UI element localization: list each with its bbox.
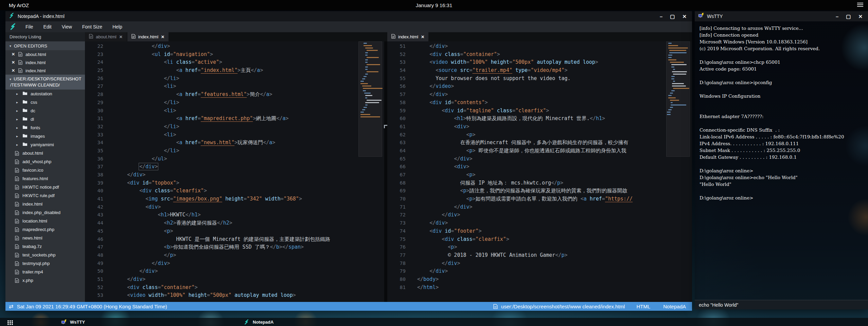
- editor-tab-index.html[interactable]: index.html✕: [127, 32, 169, 41]
- code-line-43[interactable]: 43 <h1>HKWTC</h1>: [85, 211, 384, 219]
- code-line-47[interactable]: 47 <b>你知道我們全線伺服器已轉用 SSD 了嗎？</b></span>: [85, 243, 384, 251]
- file-item-HKWTC-notice.pdf[interactable]: HKWTC notice.pdf: [5, 183, 85, 191]
- code-line-63[interactable]: 63 在香港的Minecraft 伺服器中，多為小遊戲和純生存的伺服器，較少擁有: [387, 139, 692, 147]
- file-item-test_sockets.php[interactable]: test_sockets.php: [5, 251, 85, 259]
- taskbar-item-wstty[interactable]: WsTTY: [61, 318, 85, 326]
- file-item-news.html[interactable]: news.html: [5, 234, 85, 242]
- code-line-25[interactable]: 25 <a href="index.html">主頁</a>: [85, 66, 384, 75]
- tab-close-icon[interactable]: ✕: [161, 35, 164, 39]
- hamburger-menu-icon[interactable]: [857, 3, 863, 7]
- folder-item-css[interactable]: ▸css: [5, 98, 85, 107]
- file-item-add_vhost.php[interactable]: add_vhost.php: [5, 157, 85, 166]
- folder-item-autostation[interactable]: ▸autostation: [5, 90, 85, 98]
- code-line-71[interactable]: 71 </div>: [387, 203, 692, 211]
- code-line-32[interactable]: 32 </li>: [85, 123, 384, 131]
- code-line-79[interactable]: 79 </div>: [387, 267, 692, 275]
- code-line-53[interactable]: 53 <video width="100%" height="500px" au…: [387, 58, 692, 66]
- editor-pane-right[interactable]: 51 </div>52 <div class="container">53 <v…: [387, 41, 692, 302]
- code-line-70[interactable]: 70 <p>如有問題或需要申請白名單，歡迎加入我們的 <a href="http…: [387, 195, 692, 203]
- code-line-62[interactable]: 62 <p>: [387, 131, 692, 139]
- code-line-44[interactable]: 44 <h2>香港的建築伺服器</h2>: [85, 219, 384, 227]
- code-line-41[interactable]: 41 <img src="images/box.png" height="342…: [85, 195, 384, 203]
- code-line-78[interactable]: 78 </div>: [387, 260, 692, 268]
- menu-item-edit[interactable]: Edit: [38, 24, 57, 30]
- folder-item-dc[interactable]: ▸dc: [5, 107, 85, 115]
- pane-splitter[interactable]: [384, 41, 387, 302]
- open-editors-section[interactable]: ▾ OPEN EDITORS: [5, 41, 85, 50]
- folder-item-yamiyamimi[interactable]: ▸yamiyamimi: [5, 140, 85, 149]
- code-line-53[interactable]: 53 <video width="100%" height="500px" au…: [85, 291, 384, 300]
- code-line-36[interactable]: 36 </ul>: [85, 155, 384, 163]
- taskbar-item-notepada[interactable]: NotepadA: [244, 318, 273, 326]
- code-line-60[interactable]: 60 <h1>特別為建築及鐵路而設，現代化的 Minecraft 世界.</h1…: [387, 115, 692, 123]
- code-line-46[interactable]: 46 HKWTC 是一個 Minecraft 的建築伺服器，主要建築計劃包括鐵路: [85, 235, 384, 244]
- terminal-command-input[interactable]: [695, 302, 868, 308]
- code-line-23[interactable]: 23 <ul id="navigation">: [85, 51, 384, 59]
- code-line-29[interactable]: 29 </li>: [85, 99, 384, 107]
- tab-close-icon[interactable]: ✕: [421, 35, 424, 39]
- code-line-61[interactable]: 61 <div>: [387, 123, 692, 131]
- minimap[interactable]: [359, 43, 380, 119]
- code-line-52[interactable]: 52 <div class="container">: [85, 284, 384, 292]
- code-line-35[interactable]: 35 </li>: [85, 147, 384, 155]
- code-line-26[interactable]: 26 </li>: [85, 75, 384, 83]
- close-button[interactable]: ✕: [682, 14, 687, 19]
- code-line-81[interactable]: 81</html>: [387, 284, 692, 292]
- code-line-50[interactable]: 50 </div>: [85, 267, 384, 275]
- file-item-testmysql.php[interactable]: testmysql.php: [5, 259, 85, 268]
- code-line-22[interactable]: 22 </div>: [85, 42, 384, 51]
- wstty-titlebar[interactable]: WsTTY – ▢ ✕: [695, 11, 868, 21]
- code-line-59[interactable]: 59 <div id="tagline" class="clearfix">: [387, 107, 692, 115]
- folder-item-fonts[interactable]: ▸fonts: [5, 123, 85, 132]
- file-item-about.html[interactable]: about.html: [5, 149, 85, 157]
- code-line-75[interactable]: 75 <div class="clearfix">: [387, 235, 692, 244]
- file-item-location.html[interactable]: location.html: [5, 217, 85, 225]
- file-item-features.html[interactable]: features.html: [5, 174, 85, 183]
- file-item-x.php[interactable]: x.php: [5, 276, 85, 285]
- maximize-button[interactable]: ▢: [846, 14, 851, 19]
- code-line-58[interactable]: 58 <div id="contents">: [387, 99, 692, 107]
- code-line-24[interactable]: 24 <li class="active">: [85, 58, 384, 66]
- code-line-57[interactable]: 57 </div>: [387, 91, 692, 99]
- code-line-80[interactable]: 80</body>: [387, 275, 692, 284]
- tree-root-folder[interactable]: ▾ USER:/DESKTOP/SCREENSHOT /TEST/WWW CLE…: [5, 75, 85, 90]
- close-icon[interactable]: ✕: [11, 68, 16, 73]
- menu-item-font-size[interactable]: Font Size: [77, 24, 107, 30]
- file-item-index.html[interactable]: index.html: [5, 200, 85, 208]
- code-line-68[interactable]: 68 伺服器 IP 地址為： mcs.hkwtc.org</p>: [387, 179, 692, 187]
- open-editor-item[interactable]: ✕index.html: [5, 58, 85, 66]
- code-line-30[interactable]: 30 <li>: [85, 107, 384, 115]
- code-line-55[interactable]: 55 Your browser does not support the vid…: [387, 75, 692, 83]
- editor-pane-left[interactable]: 22 </div>23 <ul id="navigation">24 <li c…: [85, 41, 384, 302]
- code-line-38[interactable]: 38 </div>: [85, 171, 384, 179]
- open-editor-item[interactable]: ✕about.html: [5, 50, 85, 58]
- file-item-HKWTC-rule.pdf[interactable]: HKWTC rule.pdf: [5, 191, 85, 200]
- code-line-27[interactable]: 27 <li>: [85, 82, 384, 91]
- minimize-button[interactable]: –: [660, 14, 662, 19]
- code-line-77[interactable]: 77 © 2018 - 2019 HKWTC Animation Gamer</…: [387, 251, 692, 260]
- code-line-51[interactable]: 51 </div>: [85, 275, 384, 284]
- minimap[interactable]: [667, 43, 688, 116]
- file-item-teabag.7z[interactable]: teabag.7z: [5, 242, 85, 251]
- editor-tab-index.html[interactable]: index.html✕: [387, 32, 428, 41]
- code-line-49[interactable]: 49 </div>: [85, 260, 384, 268]
- app-grid-icon[interactable]: [7, 320, 9, 322]
- file-item-trailer.mp4[interactable]: trailer.mp4: [5, 268, 85, 276]
- code-line-54[interactable]: 54 <source src="trailer.mp4" type="video…: [387, 66, 692, 75]
- folder-item-images[interactable]: ▸images: [5, 132, 85, 140]
- code-line-28[interactable]: 28 <a href="features.html">簡介</a>: [85, 91, 384, 99]
- code-line-72[interactable]: 72 </div>: [387, 211, 692, 219]
- code-line-74[interactable]: 74 <div id="footer">: [387, 227, 692, 235]
- code-line-39[interactable]: 39 <div id="topbox">: [85, 179, 384, 187]
- menu-item-help[interactable]: Help: [107, 24, 127, 30]
- menu-item-file[interactable]: File: [20, 24, 38, 30]
- editor-tab-about.html[interactable]: about.html✕: [85, 32, 127, 41]
- file-item-favicon.ico[interactable]: favicon.ico: [5, 166, 85, 174]
- code-line-64[interactable]: 64 <p> 即使你不是建築師，你也能透過紅石師或鐵路工程師的身份加入我: [387, 147, 692, 155]
- code-line-34[interactable]: 34 <a href="news.html">玩家傳送門</a>: [85, 139, 384, 147]
- code-line-42[interactable]: 42 <div>: [85, 203, 384, 211]
- code-line-37[interactable]: 37 </div>: [85, 163, 384, 171]
- code-line-65[interactable]: 65 </div>: [387, 155, 692, 163]
- close-icon[interactable]: ✕: [11, 52, 16, 57]
- code-line-48[interactable]: 48 </p>: [85, 251, 384, 260]
